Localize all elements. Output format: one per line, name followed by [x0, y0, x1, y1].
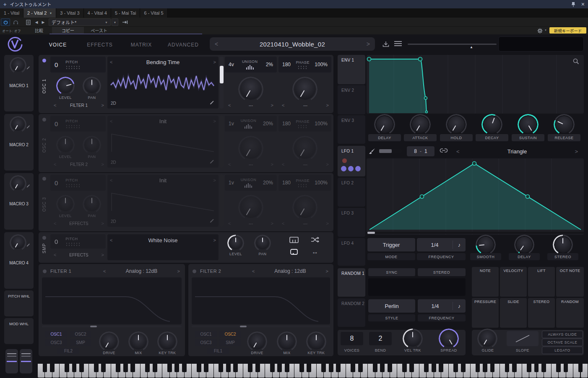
mod-source-velocity[interactable]: VELOCITY: [500, 267, 527, 297]
preset-name[interactable]: 20210410_Wobble_02: [218, 41, 367, 48]
piano-black-key[interactable]: [299, 364, 304, 372]
osc1-morph-type-selector[interactable]: < --- >: [226, 102, 275, 109]
piano-black-key[interactable]: [130, 364, 135, 372]
mod-source-oct-note[interactable]: OCT NOTE: [556, 267, 584, 297]
edit-pencil-icon[interactable]: [210, 100, 214, 105]
voices-value-box[interactable]: 8: [341, 332, 363, 345]
filter1-input-smp[interactable]: SMP: [70, 339, 91, 346]
headphone-icon[interactable]: [11, 18, 20, 26]
filter1-keytrack-knob[interactable]: [159, 334, 175, 350]
env-release-knob[interactable]: [556, 116, 572, 133]
pitch-wheel[interactable]: [5, 349, 18, 373]
osc3-unison-box[interactable]: 1v UNISON 20%: [225, 175, 277, 191]
osc1-distortion-knob[interactable]: [294, 79, 315, 100]
piano-keyboard[interactable]: [38, 364, 588, 378]
osc2-distortion-type-selector[interactable]: <--->: [280, 161, 330, 168]
piano-black-key[interactable]: [564, 364, 568, 372]
transpose-snap-grid[interactable]: [65, 65, 80, 69]
piano-black-key[interactable]: [505, 364, 510, 372]
filter1-input-fil2[interactable]: FIL2: [57, 348, 79, 354]
filter2-drive-knob[interactable]: [249, 334, 265, 350]
piano-black-key[interactable]: [79, 364, 84, 372]
sample-name[interactable]: White Noise: [112, 237, 213, 243]
preset-menu-button[interactable]: ▼: [112, 18, 118, 26]
smp-level-knob[interactable]: [229, 237, 242, 249]
unison-voices[interactable]: 1v: [229, 180, 234, 186]
filter1-drive-knob[interactable]: [101, 334, 117, 350]
smp-pitch-box[interactable]: 0 PITCH: [50, 234, 106, 249]
octave-scale-toggle[interactable]: OCTAVE SCALE: [542, 339, 583, 346]
piano-black-key[interactable]: [226, 364, 231, 372]
smp-routing-selector[interactable]: < EFFECTS >: [52, 251, 106, 258]
lfo-smooth-knob[interactable]: [478, 237, 494, 253]
lfo-tab-1[interactable]: LFO 1: [338, 146, 365, 176]
osc1-pan-knob[interactable]: [85, 79, 99, 93]
osc3-distortion-knob[interactable]: [294, 197, 315, 218]
osc2-phase-box[interactable]: 180 PHASE 100%: [278, 116, 331, 132]
piano-black-key[interactable]: [483, 364, 487, 372]
piano-black-key[interactable]: [351, 364, 355, 372]
slot-tab-4[interactable]: 4 - Vital 4: [84, 8, 111, 18]
slot-tab-1[interactable]: 1 - Vital: [0, 8, 23, 18]
slot-tab-6[interactable]: 6 - Vital 5: [140, 8, 167, 18]
env-tab-2[interactable]: ENV 2: [338, 85, 365, 114]
piano-black-key[interactable]: [94, 364, 99, 372]
phase-value[interactable]: 180: [282, 62, 291, 67]
macro-3-knob[interactable]: [12, 177, 24, 190]
phase-value[interactable]: 180: [282, 180, 291, 186]
piano-black-key[interactable]: [373, 364, 377, 372]
wavetable-next-icon[interactable]: >: [213, 178, 216, 183]
sync-note-icon[interactable]: ♪: [453, 242, 466, 248]
filter1-mix-slider[interactable]: [42, 326, 182, 327]
osc2-frame-slider[interactable]: [220, 116, 224, 168]
sample-next-icon[interactable]: >: [213, 238, 216, 243]
env-delay-knob[interactable]: [376, 116, 393, 133]
osc3-wavetable-display[interactable]: < Init > 2D: [107, 175, 219, 227]
osc3-frame-slider[interactable]: [220, 175, 224, 227]
volume-marker-icon[interactable]: ▲: [470, 45, 473, 49]
osc2-morph-knob[interactable]: [240, 138, 261, 159]
zoom-icon[interactable]: [573, 58, 579, 65]
piano-black-key[interactable]: [380, 364, 385, 372]
transpose-snap-grid[interactable]: [65, 124, 80, 128]
unison-voices[interactable]: 1v: [229, 121, 234, 127]
random-stereo-button[interactable]: STEREO: [418, 268, 466, 276]
filter2-power[interactable]: [193, 269, 196, 273]
chevron-right-icon[interactable]: >: [326, 269, 328, 274]
edit-pencil-icon[interactable]: [26, 243, 30, 247]
loop-icon[interactable]: [289, 247, 299, 256]
edit-pencil-icon[interactable]: [210, 218, 214, 223]
lfo-grid-box[interactable]: 8 - 1: [407, 146, 434, 156]
lfo-tab-3[interactable]: LFO 3: [338, 208, 365, 237]
keytrack-icon[interactable]: [289, 236, 299, 244]
gear-dropdown-icon[interactable]: ▼: [544, 29, 547, 31]
velocity-track-knob[interactable]: [405, 331, 421, 347]
filter1-input-osc3[interactable]: OSC3: [45, 339, 67, 346]
filter1-display[interactable]: [42, 277, 182, 324]
osc3-distortion-type-selector[interactable]: <--->: [280, 220, 330, 227]
host-preset-dropdown[interactable]: デフォルト* ▼: [49, 18, 111, 26]
piano-black-key[interactable]: [123, 364, 128, 372]
osc2-distortion-knob[interactable]: [294, 138, 315, 159]
piano-black-key[interactable]: [329, 364, 333, 372]
compare-button[interactable]: 比較: [28, 27, 50, 34]
piano-black-key[interactable]: [72, 364, 77, 372]
paste-button[interactable]: ペースト: [86, 27, 112, 34]
piano-black-key[interactable]: [204, 364, 208, 372]
env-hold-knob[interactable]: [448, 116, 465, 133]
preset-browser[interactable]: < 20210410_Wobble_02 >: [210, 37, 375, 51]
chevron-right-icon[interactable]: >: [101, 221, 104, 226]
osc2-morph-type-selector[interactable]: <--->: [226, 161, 275, 168]
chevron-right-icon[interactable]: >: [326, 221, 329, 226]
phase-value[interactable]: 180: [282, 121, 291, 127]
phase-random[interactable]: 100%: [315, 121, 328, 127]
osc1-morph-knob[interactable]: [240, 79, 261, 100]
piano-black-key[interactable]: [358, 364, 363, 372]
vital-logo[interactable]: [7, 37, 23, 53]
filter1-power[interactable]: [43, 269, 47, 273]
envelope-display[interactable]: [367, 55, 584, 114]
filter2-input-fil1[interactable]: FIL1: [207, 348, 229, 354]
spread-knob[interactable]: [441, 331, 457, 347]
edit-pencil-icon[interactable]: [26, 125, 30, 129]
bounce-icon[interactable]: ↔: [310, 247, 320, 256]
